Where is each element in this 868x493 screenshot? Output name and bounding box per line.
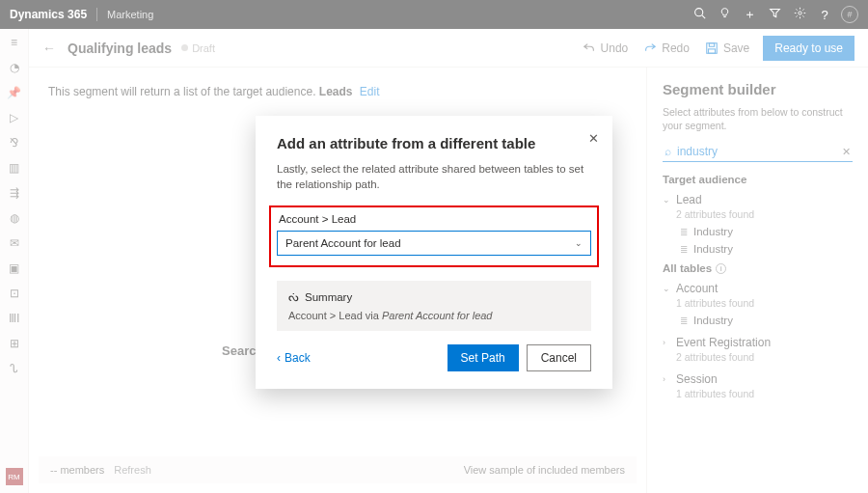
chevron-left-icon: ‹	[277, 351, 281, 365]
highlighted-region: Account > Lead Parent Account for lead ⌄	[269, 205, 599, 267]
cancel-button[interactable]: Cancel	[527, 344, 591, 371]
summary-path: Account > Lead via Parent Account for le…	[288, 310, 580, 321]
add-attribute-modal: ✕ Add an attribute from a different tabl…	[256, 116, 612, 389]
set-path-button[interactable]: Set Path	[448, 344, 519, 371]
chevron-down-icon: ⌄	[575, 238, 583, 248]
modal-description: Lastly, select the related attribute sha…	[277, 161, 591, 192]
modal-title: Add an attribute from a different table	[277, 135, 591, 151]
path-breadcrumb: Account > Lead	[279, 213, 591, 225]
close-icon[interactable]: ✕	[588, 131, 599, 146]
summary-label: Summary	[305, 291, 352, 303]
summary-box: ᔔSummary Account > Lead via Parent Accou…	[277, 281, 591, 331]
back-button[interactable]: ‹Back	[277, 351, 311, 365]
summary-icon: ᔔ	[288, 290, 299, 304]
relationship-dropdown[interactable]: Parent Account for lead ⌄	[277, 231, 591, 256]
